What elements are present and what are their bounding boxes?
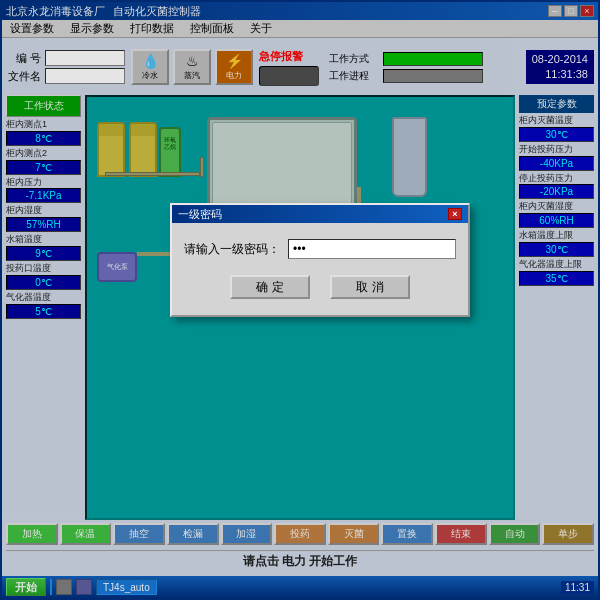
preset-1: 柜内灭菌温度 30℃ — [519, 115, 594, 142]
alarm-label: 急停报警 — [259, 49, 319, 64]
password-modal: 一级密码 × 请输入一级密码： 确 定 取 消 — [170, 203, 470, 317]
dose-button[interactable]: 投药 — [274, 523, 326, 545]
pipe-horizontal-top — [105, 172, 200, 176]
cold-water-button[interactable]: 💧 冷水 — [131, 49, 169, 85]
modal-body: 请输入一级密码： 确 定 取 消 — [172, 223, 468, 315]
cylinder-left-1 — [97, 122, 125, 177]
sensor-4: 柜内湿度 57%RH — [6, 205, 81, 232]
steam-button[interactable]: ♨ 蒸汽 — [173, 49, 211, 85]
menu-settings[interactable]: 设置参数 — [6, 20, 58, 37]
alarm-section: 急停报警 — [259, 49, 319, 86]
gasification-pump-label: 气化泵 — [107, 262, 128, 272]
leak-check-button[interactable]: 检漏 — [167, 523, 219, 545]
title-bar: 北京永龙消毒设备厂 自动化灭菌控制器 ─ □ × — [2, 2, 598, 20]
taskbar-app-item[interactable]: TJ4s_auto — [96, 579, 157, 595]
modal-ok-button[interactable]: 确 定 — [230, 275, 310, 299]
sensor-2: 柜内测点2 7℃ — [6, 148, 81, 175]
close-button[interactable]: × — [580, 5, 594, 17]
menu-display[interactable]: 显示参数 — [66, 20, 118, 37]
preset-4-value: 60%RH — [519, 213, 594, 228]
taskbar-icon-1[interactable] — [56, 579, 72, 595]
file-label: 文件名 — [6, 69, 41, 84]
id-label: 编 号 — [6, 51, 41, 66]
sterilize-button[interactable]: 灭菌 — [328, 523, 380, 545]
bottom-buttons: 加热 保温 抽空 检漏 加湿 投药 灭菌 置换 结束 自动 单步 — [6, 523, 594, 547]
preset-5-value: 30℃ — [519, 242, 594, 257]
heat-button[interactable]: 加热 — [6, 523, 58, 545]
minimize-button[interactable]: ─ — [548, 5, 562, 17]
preset-2-value: -40KPa — [519, 156, 594, 171]
password-input[interactable] — [288, 239, 456, 259]
modal-cancel-button[interactable]: 取 消 — [330, 275, 410, 299]
gasification-pump: 气化泵 — [97, 252, 137, 282]
sensor-2-label: 柜内测点2 — [6, 148, 81, 159]
datetime-box: 08-20-2014 11:31:38 — [526, 50, 594, 85]
taskbar-icon-2[interactable] — [76, 579, 92, 595]
preset-2-label: 开始投药压力 — [519, 144, 594, 155]
work-progress-indicator — [383, 69, 483, 83]
tank-right — [392, 117, 427, 197]
work-section: 工作方式 工作进程 — [329, 52, 483, 83]
date-display: 08-20-2014 — [532, 52, 588, 67]
modal-prompt-row: 请输入一级密码： — [184, 239, 456, 259]
start-button[interactable]: 开始 — [6, 578, 46, 596]
work-mode-label: 工作方式 — [329, 52, 379, 66]
maximize-button[interactable]: □ — [564, 5, 578, 17]
top-bar: 编 号 文件名 💧 冷水 ♨ 蒸汽 ⚡ — [6, 42, 594, 92]
menu-about[interactable]: 关于 — [246, 20, 276, 37]
auto-button[interactable]: 自动 — [489, 523, 541, 545]
modal-prompt-label: 请输入一级密码： — [184, 241, 280, 258]
humidify-button[interactable]: 加湿 — [221, 523, 273, 545]
menu-control[interactable]: 控制面板 — [186, 20, 238, 37]
work-progress-label: 工作进程 — [329, 69, 379, 83]
preset-6: 气化器温度上限 35℃ — [519, 259, 594, 286]
cylinder-left-3: 环氧乙烷 — [159, 127, 181, 177]
sensor-4-value: 57%RH — [6, 217, 81, 232]
sensor-1-value: 8℃ — [6, 131, 81, 146]
sensor-1-label: 柜内测点1 — [6, 119, 81, 130]
sensor-4-label: 柜内湿度 — [6, 205, 81, 216]
power-icon: ⚡ — [226, 53, 243, 69]
modal-title: 一级密码 — [178, 207, 222, 222]
insulate-button[interactable]: 保温 — [60, 523, 112, 545]
taskbar: 开始 TJ4s_auto 11:31 — [2, 576, 598, 598]
title-left: 北京永龙消毒设备厂 — [6, 4, 105, 19]
sensor-3: 柜内压力 -7.1KPa — [6, 177, 81, 204]
title-right: 自动化灭菌控制器 — [113, 4, 201, 19]
taskbar-time: 11:31 — [561, 581, 594, 594]
sensor-3-label: 柜内压力 — [6, 177, 81, 188]
right-panel: 预定参数 柜内灭菌温度 30℃ 开始投药压力 -40KPa 停止投药压力 -20… — [519, 95, 594, 520]
preset-6-value: 35℃ — [519, 271, 594, 286]
modal-close-button[interactable]: × — [448, 208, 462, 220]
end-button[interactable]: 结束 — [435, 523, 487, 545]
sensor-7-value: 5℃ — [6, 304, 81, 319]
preset-3-value: -20KPa — [519, 184, 594, 199]
file-input[interactable] — [45, 68, 125, 84]
step-button[interactable]: 单步 — [542, 523, 594, 545]
vacuum-button[interactable]: 抽空 — [113, 523, 165, 545]
preset-1-label: 柜内灭菌温度 — [519, 115, 594, 126]
cold-water-label: 冷水 — [142, 70, 158, 81]
sensor-6-label: 投药口温度 — [6, 263, 81, 274]
work-status-button[interactable]: 工作状态 — [6, 95, 81, 117]
sensor-2-value: 7℃ — [6, 160, 81, 175]
pipe-vertical-left — [200, 157, 204, 177]
preset-6-label: 气化器温度上限 — [519, 259, 594, 270]
preset-5-label: 水箱温度上限 — [519, 230, 594, 241]
preset-3: 停止投药压力 -20KPa — [519, 173, 594, 200]
preset-2: 开始投药压力 -40KPa — [519, 144, 594, 171]
sensor-3-value: -7.1KPa — [6, 188, 81, 203]
work-mode-indicator — [383, 52, 483, 66]
work-mode-row: 工作方式 — [329, 52, 483, 66]
sensor-6-value: 0℃ — [6, 275, 81, 290]
sensor-5-label: 水箱温度 — [6, 234, 81, 245]
id-section: 编 号 文件名 — [6, 50, 125, 84]
sensor-6: 投药口温度 0℃ — [6, 263, 81, 290]
id-input[interactable] — [45, 50, 125, 66]
power-button[interactable]: ⚡ 电力 — [215, 49, 253, 85]
replace-button[interactable]: 置换 — [381, 523, 433, 545]
steam-icon: ♨ — [186, 53, 199, 69]
preset-4: 柜内灭菌湿度 60%RH — [519, 201, 594, 228]
menu-print[interactable]: 打印数据 — [126, 20, 178, 37]
sensor-1: 柜内测点1 8℃ — [6, 119, 81, 146]
